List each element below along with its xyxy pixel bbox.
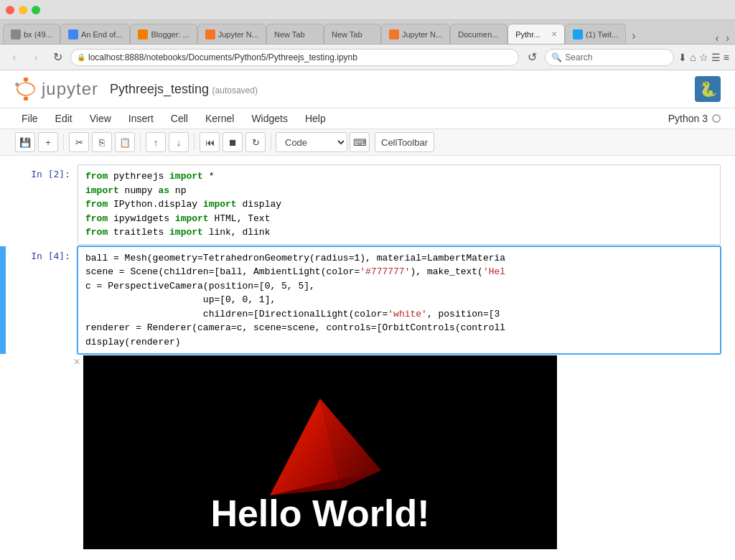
jupyter-logo: jupyter xyxy=(14,78,98,101)
move-up-button[interactable]: ↑ xyxy=(146,132,166,152)
tabs-nav-next[interactable]: › xyxy=(723,32,732,44)
tab-newtab2[interactable]: New Tab xyxy=(324,24,381,44)
browser-toolbar: ‹ › ↻ 🔒 localhost:8888/notebooks/Documen… xyxy=(0,45,735,70)
menu-view[interactable]: View xyxy=(83,108,118,129)
lock-icon: 🔒 xyxy=(77,53,85,61)
bookmark-list-icon[interactable]: ☰ xyxy=(711,52,721,63)
toolbar-separator-1 xyxy=(63,134,64,151)
svg-point-0 xyxy=(24,78,28,82)
tabs-nav: ‹ › xyxy=(713,32,732,44)
url-text: localhost:8888/notebooks/Documents/Pytho… xyxy=(88,52,357,62)
forward-button[interactable]: › xyxy=(27,49,45,66)
menu-widgets[interactable]: Widgets xyxy=(244,108,295,129)
menu-help[interactable]: Help xyxy=(298,108,333,129)
cell-prompt: In [2]: xyxy=(6,164,78,245)
jupyter-logo-svg xyxy=(14,78,37,101)
move-down-button[interactable]: ↓ xyxy=(169,132,189,152)
tab-anendof[interactable]: An End of... xyxy=(60,24,130,44)
cell-left-bar-selected xyxy=(0,246,6,355)
save-button[interactable]: 💾 xyxy=(15,132,35,152)
keyboard-shortcut-button[interactable]: ⌨ xyxy=(350,132,370,152)
menu-icon[interactable]: ≡ xyxy=(724,52,729,63)
kernel-status: Python 3 xyxy=(668,113,721,124)
tab-jupyter2[interactable]: Jupyter N... xyxy=(381,24,450,44)
python-badge: 🐍 xyxy=(695,76,721,102)
run-prev-button[interactable]: ⏮ xyxy=(200,132,220,152)
stop-button[interactable]: ⏹ xyxy=(223,132,243,152)
output-close-button[interactable]: ✕ xyxy=(73,357,80,367)
cell-type-select[interactable]: Code Markdown Raw xyxy=(276,132,347,152)
kernel-indicator xyxy=(712,114,721,123)
address-bar[interactable]: 🔒 localhost:8888/notebooks/Documents/Pyt… xyxy=(70,49,519,66)
cut-button[interactable]: ✂ xyxy=(69,132,89,152)
jupyter-toolbar: 💾 + ✂ ⎘ 📋 ↑ ↓ ⏮ ⏹ ↻ Code Markdown Raw ⌨ … xyxy=(0,129,735,156)
tab-favicon xyxy=(573,29,583,39)
copy-button[interactable]: ⎘ xyxy=(92,132,112,152)
toolbar-separator-3 xyxy=(194,134,195,151)
tab-blogger[interactable]: Blogger: ... xyxy=(130,24,197,44)
cell-body[interactable]: from pythreejs import * import numpy as … xyxy=(78,164,721,245)
output-container: ✕ xyxy=(0,355,735,549)
tab-favicon xyxy=(138,29,148,39)
cell-code: from pythreejs import * import numpy as … xyxy=(78,165,720,244)
search-icon: 🔍 xyxy=(551,52,562,62)
tab-close-icon[interactable]: ✕ xyxy=(551,30,557,38)
hello-world-text: Hello World! xyxy=(83,492,557,535)
tabs-nav-prev[interactable]: ‹ xyxy=(713,32,722,44)
tab-pythr[interactable]: Pythr... ✕ xyxy=(507,24,565,44)
toolbar-separator-2 xyxy=(140,134,141,151)
add-cell-button[interactable]: + xyxy=(38,132,58,152)
reload-button[interactable]: ↺ xyxy=(523,49,540,66)
menu-edit[interactable]: Edit xyxy=(48,108,80,129)
menu-file[interactable]: File xyxy=(14,108,45,129)
cell-code-4: ball = Mesh(geometry=TetrahedronGeometry… xyxy=(78,247,720,354)
minimize-button[interactable] xyxy=(19,6,27,14)
jupyter-header: jupyter Pythreejs_testing (autosaved) 🐍 xyxy=(0,70,735,108)
new-tab-button[interactable]: › xyxy=(626,29,641,42)
cell-4: In [4]: ball = Mesh(geometry=Tetrahedron… xyxy=(0,246,735,355)
maximize-button[interactable] xyxy=(32,6,40,14)
tab-favicon xyxy=(11,29,21,39)
cell-2: In [2]: from pythreejs import * import n… xyxy=(0,164,735,245)
tab-favicon xyxy=(389,29,399,39)
menu-kernel[interactable]: Kernel xyxy=(198,108,241,129)
kernel-name: Python 3 xyxy=(668,113,708,124)
tab-twitter[interactable]: (1) Twit... xyxy=(565,24,626,44)
jupyter-logo-text: jupyter xyxy=(42,79,98,99)
tab-newtab1[interactable]: New Tab xyxy=(266,24,324,44)
toolbar-separator-4 xyxy=(271,134,271,151)
tabs-bar: bx (49... An End of... Blogger: ... Jupy… xyxy=(0,20,735,45)
notebook-title: Pythreejs_testing xyxy=(110,82,209,96)
browser-toolbar-icons: ⬇ ⌂ ☆ ☰ ≡ xyxy=(678,52,729,63)
tab-favicon xyxy=(68,29,78,39)
browser-window: bx (49... An End of... Blogger: ... Jupy… xyxy=(0,0,735,560)
search-box[interactable]: 🔍 Search xyxy=(545,49,674,66)
home-icon[interactable]: ⌂ xyxy=(690,52,696,63)
notebook-content: In [2]: from pythreejs import * import n… xyxy=(0,156,735,559)
back-button[interactable]: ‹ xyxy=(6,49,23,66)
tab-documen[interactable]: Documen... xyxy=(450,24,507,44)
close-button[interactable] xyxy=(6,6,14,14)
menu-insert[interactable]: Insert xyxy=(121,108,161,129)
paste-button[interactable]: 📋 xyxy=(115,132,135,152)
tab-favicon xyxy=(205,29,215,39)
cell-body-4[interactable]: ball = Mesh(geometry=TetrahedronGeometry… xyxy=(78,246,721,355)
cell-prompt-4: In [4]: xyxy=(6,246,78,355)
bookmark-icon[interactable]: ☆ xyxy=(699,52,708,63)
tab-jupyter1[interactable]: Jupyter N... xyxy=(197,24,266,44)
jupyter-menubar: File Edit View Insert Cell Kernel Widget… xyxy=(0,108,735,129)
autosaved-label: (autosaved) xyxy=(212,85,258,95)
run-button[interactable]: ↻ xyxy=(245,132,266,152)
output-area: ✕ xyxy=(83,355,557,549)
search-placeholder: Search xyxy=(565,52,592,62)
notebook-title-area: Pythreejs_testing (autosaved) xyxy=(110,82,258,97)
threejs-widget[interactable]: Hello World! xyxy=(83,355,557,549)
cell-left-bar xyxy=(0,164,6,245)
svg-point-1 xyxy=(24,96,28,101)
window-controls xyxy=(6,6,40,14)
menu-cell[interactable]: Cell xyxy=(164,108,195,129)
celltoolbar-button[interactable]: CellToolbar xyxy=(375,132,434,152)
tab-bx[interactable]: bx (49... xyxy=(3,24,60,44)
refresh-button[interactable]: ↻ xyxy=(49,49,66,66)
download-icon[interactable]: ⬇ xyxy=(678,52,687,63)
